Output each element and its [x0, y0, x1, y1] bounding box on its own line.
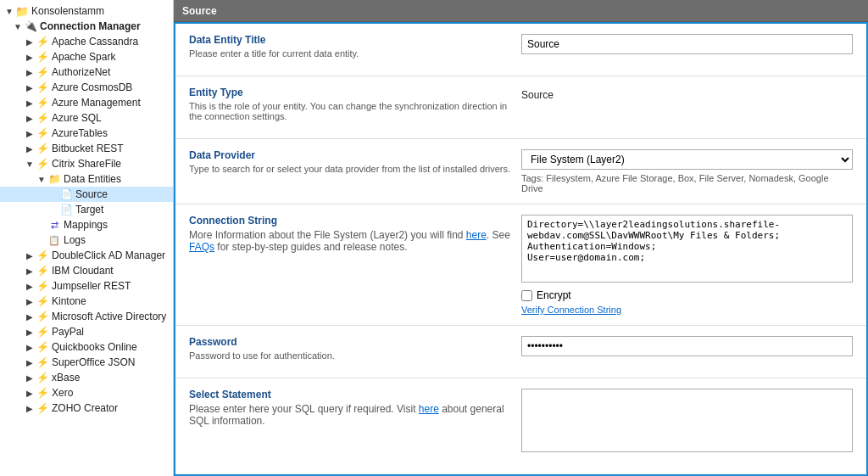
cassandra-icon: ⚡ — [36, 36, 49, 48]
et-right: Source — [521, 87, 853, 104]
kintone-icon: ⚡ — [36, 295, 49, 307]
kintone-expand: ▶ — [24, 297, 36, 306]
sidebar-item-bitbucket-rest[interactable]: ▶ ⚡ Bitbucket REST — [0, 141, 173, 156]
ss-desc-prefix: Please enter here your SQL query if requ… — [189, 403, 419, 415]
dp-desc: Type to search for or select your data p… — [189, 164, 511, 174]
sidebar: ▼ 📁 Konsolenstamm ▼ 🔌 Connection Manager… — [0, 0, 174, 476]
ss-desc: Please enter here your SQL query if requ… — [189, 403, 511, 427]
qb-expand: ▶ — [24, 343, 36, 352]
sidebar-item-data-entities[interactable]: ▼ 📁 Data Entities — [0, 171, 173, 187]
sidebar-item-jumpseller[interactable]: ▶ ⚡ Jumpseller REST — [0, 278, 173, 294]
spark-icon: ⚡ — [36, 51, 49, 63]
target-label: Target — [75, 204, 103, 216]
sidebar-item-doubleclick[interactable]: ▶ ⚡ DoubleClick AD Manager — [0, 248, 173, 263]
connection-string-textarea[interactable] — [521, 215, 853, 283]
zoho-label: ZOHO Creator — [52, 402, 118, 414]
sidebar-item-xbase[interactable]: ▶ ⚡ xBase — [0, 370, 173, 385]
sidebar-item-target[interactable]: 📄 Target — [0, 202, 173, 217]
logs-label: Logs — [64, 234, 86, 246]
cm-icon: 🔌 — [24, 20, 37, 32]
sidebar-item-paypal[interactable]: ▶ ⚡ PayPal — [0, 324, 173, 339]
sidebar-item-azure-sql[interactable]: ▶ ⚡ Azure SQL — [0, 110, 173, 126]
dp-right: File System (Layer2) Tags: Filesystem, A… — [521, 149, 853, 193]
jumpseller-icon: ⚡ — [36, 280, 49, 292]
cs-faqs-link[interactable]: FAQs — [189, 241, 214, 253]
cs-here-link[interactable]: here — [466, 229, 487, 241]
dp-left: Data Provider Type to search for or sele… — [189, 149, 511, 181]
ibm-expand: ▶ — [24, 266, 36, 276]
encrypt-checkbox[interactable] — [521, 290, 532, 301]
msad-expand: ▶ — [24, 312, 36, 322]
qb-icon: ⚡ — [36, 341, 49, 353]
mappings-expand — [36, 221, 47, 230]
root-label: Konsolenstamm — [31, 5, 104, 17]
section-entity-type: Entity Type This is the role of your ent… — [175, 76, 866, 139]
cs-left: Connection String More Information about… — [189, 215, 511, 260]
pw-right — [521, 336, 853, 356]
sidebar-item-quickbooks[interactable]: ▶ ⚡ Quickbooks Online — [0, 339, 173, 355]
sidebar-item-superoffice[interactable]: ▶ ⚡ SuperOffice JSON — [0, 355, 173, 370]
section-select-statement: Select Statement Please enter here your … — [175, 378, 866, 465]
det-desc: Please enter a title for current data en… — [189, 48, 511, 59]
dp-tags: Tags: Filesystem, Azure File Storage, Bo… — [521, 173, 853, 193]
sidebar-item-logs[interactable]: 📋 Logs — [0, 232, 173, 248]
data-provider-select[interactable]: File System (Layer2) — [521, 149, 853, 170]
source-page-icon: 📄 — [59, 188, 73, 200]
det-right — [521, 34, 853, 54]
sidebar-item-mappings[interactable]: ⇄ Mappings — [0, 217, 173, 232]
sidebar-item-azure-management[interactable]: ▶ ⚡ Azure Management — [0, 95, 173, 110]
sidebar-root[interactable]: ▼ 📁 Konsolenstamm — [0, 3, 173, 19]
sidebar-item-kintone[interactable]: ▶ ⚡ Kintone — [0, 294, 173, 309]
sidebar-item-connection-manager[interactable]: ▼ 🔌 Connection Manager — [0, 19, 173, 34]
xbase-expand: ▶ — [24, 373, 36, 383]
verify-connection-link[interactable]: Verify Connection String — [521, 305, 853, 315]
dp-label: Data Provider — [189, 149, 511, 161]
authorizenet-label: AuthorizeNet — [52, 66, 110, 78]
cosmosdb-icon: ⚡ — [36, 81, 49, 93]
sidebar-item-authorizenet[interactable]: ▶ ⚡ AuthorizeNet — [0, 64, 173, 80]
ss-here-link[interactable]: here — [419, 403, 439, 415]
xbase-label: xBase — [52, 372, 80, 384]
sidebar-item-ibm-cloudant[interactable]: ▶ ⚡ IBM Cloudant — [0, 263, 173, 278]
bitbucket-icon: ⚡ — [36, 143, 49, 154]
paypal-expand: ▶ — [24, 328, 36, 337]
root-folder-icon: 📁 — [15, 5, 29, 17]
password-input[interactable] — [521, 336, 853, 356]
azuretables-icon: ⚡ — [36, 127, 49, 139]
det-label: Data Entity Title — [189, 34, 511, 46]
logs-icon: 📋 — [47, 234, 61, 246]
encrypt-label: Encrypt — [537, 289, 571, 301]
citrix-label: Citrix ShareFile — [52, 158, 121, 170]
azuremgmt-label: Azure Management — [52, 97, 141, 109]
select-statement-textarea[interactable] — [521, 389, 853, 452]
azuremgmt-expand: ▶ — [24, 98, 36, 108]
main-header: Source — [174, 0, 868, 22]
dp-row: Data Provider Type to search for or sele… — [189, 149, 853, 193]
sidebar-item-azure-cosmosdb[interactable]: ▶ ⚡ Azure CosmosDB — [0, 80, 173, 95]
data-entity-title-input[interactable] — [521, 34, 853, 54]
pw-left: Password Password to use for authenticat… — [189, 336, 511, 367]
sidebar-item-source[interactable]: 📄 Source — [0, 187, 173, 202]
expand-icon: ▼ — [3, 7, 15, 16]
sidebar-item-zoho[interactable]: ▶ ⚡ ZOHO Creator — [0, 400, 173, 416]
sidebar-item-apache-cassandra[interactable]: ▶ ⚡ Apache Cassandra — [0, 34, 173, 49]
sidebar-item-citrix-sharefile[interactable]: ▼ ⚡ Citrix ShareFile — [0, 156, 173, 171]
ibm-label: IBM Cloudant — [52, 265, 114, 277]
cs-label: Connection String — [189, 215, 511, 227]
ss-right — [521, 389, 853, 455]
sidebar-item-azure-tables[interactable]: ▶ ⚡ AzureTables — [0, 126, 173, 141]
sidebar-item-microsoft-ad[interactable]: ▶ ⚡ Microsoft Active Directory — [0, 309, 173, 324]
sidebar-item-xero[interactable]: ▶ ⚡ Xero — [0, 385, 173, 400]
cs-info: More Information about the File System (… — [189, 229, 511, 253]
target-expand — [47, 205, 59, 215]
jumpseller-expand: ▶ — [24, 282, 36, 291]
mappings-label: Mappings — [64, 219, 108, 231]
cosmosdb-label: Azure CosmosDB — [52, 81, 132, 93]
de-expand: ▼ — [36, 175, 47, 184]
sidebar-item-apache-spark[interactable]: ▶ ⚡ Apache Spark — [0, 49, 173, 64]
pw-desc: Password to use for authentication. — [189, 350, 511, 361]
main-panel: Source Data Entity Title Please enter a … — [174, 0, 868, 476]
bitbucket-expand: ▶ — [24, 144, 36, 154]
mappings-icon: ⇄ — [47, 219, 61, 231]
cs-info-middle: . See — [487, 229, 510, 241]
